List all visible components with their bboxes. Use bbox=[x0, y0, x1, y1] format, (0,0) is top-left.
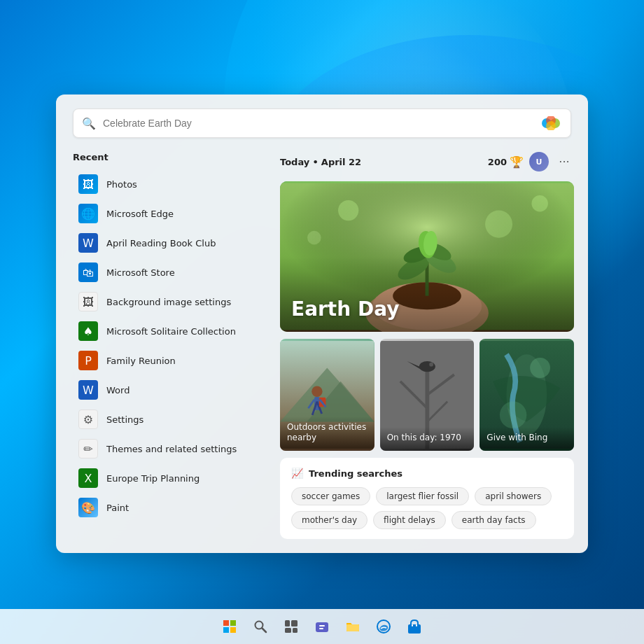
sub-cards: Outdoors activities nearby bbox=[280, 339, 574, 451]
app-name-2: April Reading Book Club bbox=[106, 238, 216, 248]
trending-icon: 📈 bbox=[291, 468, 303, 479]
avatar[interactable]: U bbox=[529, 152, 549, 172]
svg-rect-55 bbox=[319, 628, 323, 629]
svg-point-23 bbox=[312, 386, 322, 396]
outdoor-label: Outdoors activities nearby bbox=[280, 416, 374, 451]
today-label: Today bbox=[280, 157, 309, 167]
recent-item-2[interactable]: W April Reading Book Club bbox=[73, 228, 259, 258]
app-name-1: Microsoft Edge bbox=[106, 209, 174, 219]
app-icon-word2: W bbox=[78, 380, 98, 400]
taskbar-taskview-icon[interactable] bbox=[278, 613, 304, 640]
taskbar-search-icon[interactable] bbox=[247, 613, 274, 640]
hero-card[interactable]: Earth Day bbox=[280, 181, 574, 332]
subcard-onthisday[interactable]: On this day: 1970 bbox=[380, 339, 475, 451]
recent-item-0[interactable]: 🖼 Photos bbox=[73, 169, 259, 199]
svg-rect-44 bbox=[230, 620, 236, 626]
feed-controls: 200 🏆 U ··· bbox=[488, 152, 574, 172]
svg-rect-46 bbox=[230, 627, 236, 633]
svg-rect-54 bbox=[319, 625, 325, 626]
svg-line-48 bbox=[262, 629, 267, 633]
recent-item-1[interactable]: 🌐 Microsoft Edge bbox=[73, 199, 259, 228]
recent-item-11[interactable]: 🎨 Paint bbox=[73, 493, 259, 522]
recent-item-9[interactable]: ✏ Themes and related settings bbox=[73, 434, 259, 463]
recent-item-8[interactable]: ⚙ Settings bbox=[73, 405, 259, 434]
more-button[interactable]: ··· bbox=[554, 152, 574, 172]
taskbar-windows-icon[interactable] bbox=[216, 613, 243, 640]
search-bar[interactable]: 🔍 bbox=[73, 108, 571, 138]
app-name-10: Europe Trip Planning bbox=[106, 473, 200, 484]
svg-rect-53 bbox=[316, 622, 328, 632]
feed-header: Today • April 22 200 🏆 U ··· bbox=[280, 152, 574, 172]
app-name-7: Word bbox=[106, 385, 130, 396]
trending-tag-3[interactable]: mother's day bbox=[291, 511, 368, 529]
app-icon-photos: 🖼 bbox=[78, 174, 98, 194]
svg-rect-58 bbox=[408, 624, 421, 634]
svg-point-38 bbox=[429, 363, 433, 367]
bing-label: Give with Bing bbox=[479, 427, 574, 451]
trophy-icon: 🏆 bbox=[510, 155, 524, 169]
trending-tag-5[interactable]: earth day facts bbox=[451, 511, 536, 529]
app-name-8: Settings bbox=[106, 414, 144, 425]
svg-rect-50 bbox=[291, 620, 298, 626]
app-name-0: Photos bbox=[106, 179, 137, 190]
app-name-6: Family Reunion bbox=[106, 356, 176, 366]
svg-point-41 bbox=[530, 358, 550, 378]
svg-rect-51 bbox=[285, 628, 291, 633]
hero-content: Earth Day bbox=[280, 181, 574, 332]
app-icon-store: 🛍 bbox=[78, 262, 98, 282]
app-icon-themes: ✏ bbox=[78, 439, 98, 458]
subcard-outdoor[interactable]: Outdoors activities nearby bbox=[280, 339, 374, 451]
menu-body: Recent 🖼 Photos 🌐 Microsoft Edge W April… bbox=[56, 149, 588, 553]
trending-section: 📈 Trending searches soccer gameslargest … bbox=[280, 458, 574, 539]
date-info: Today • April 22 bbox=[280, 157, 361, 167]
trending-title: Trending searches bbox=[309, 468, 402, 479]
app-icon-edge: 🌐 bbox=[78, 204, 98, 223]
trending-tags: soccer gameslargest flier fossilapril sh… bbox=[291, 487, 563, 529]
svg-rect-43 bbox=[223, 620, 229, 626]
recent-item-5[interactable]: ♠ Microsoft Solitaire Collection bbox=[73, 316, 259, 346]
subcard-bing[interactable]: Give with Bing bbox=[479, 339, 574, 451]
recent-section: Recent 🖼 Photos 🌐 Microsoft Edge W April… bbox=[56, 149, 273, 553]
trending-tag-2[interactable]: april showers bbox=[475, 487, 552, 505]
app-name-9: Themes and related settings bbox=[106, 444, 237, 454]
trending-tag-1[interactable]: largest flier fossil bbox=[376, 487, 469, 505]
svg-rect-56 bbox=[346, 624, 359, 631]
bing-badge bbox=[540, 115, 562, 132]
recent-list: 🖼 Photos 🌐 Microsoft Edge W April Readin… bbox=[73, 169, 259, 522]
app-icon-bg: 🖼 bbox=[78, 292, 98, 312]
date-value: April 22 bbox=[321, 157, 361, 167]
svg-rect-60 bbox=[416, 624, 417, 626]
trending-tag-0[interactable]: soccer games bbox=[291, 487, 370, 505]
svg-rect-45 bbox=[223, 627, 229, 633]
app-icon-solitaire: ♠ bbox=[78, 321, 98, 341]
recent-title: Recent bbox=[73, 152, 259, 162]
feed-section: Today • April 22 200 🏆 U ··· bbox=[273, 149, 588, 553]
trending-tag-4[interactable]: flight delays bbox=[373, 511, 446, 529]
taskbar-store-icon[interactable] bbox=[401, 613, 428, 640]
app-icon-word: W bbox=[78, 233, 98, 253]
app-icon-paint: 🎨 bbox=[78, 498, 98, 517]
app-icon-settings: ⚙ bbox=[78, 410, 98, 429]
svg-point-42 bbox=[500, 402, 526, 428]
recent-item-4[interactable]: 🖼 Background image settings bbox=[73, 287, 259, 316]
svg-rect-49 bbox=[285, 620, 290, 626]
recent-item-3[interactable]: 🛍 Microsoft Store bbox=[73, 258, 259, 287]
svg-point-36 bbox=[419, 361, 435, 372]
search-input[interactable] bbox=[103, 118, 540, 129]
taskbar-edge-icon[interactable] bbox=[370, 613, 397, 640]
taskbar-fileexplorer-icon[interactable] bbox=[340, 613, 366, 640]
app-name-4: Background image settings bbox=[106, 297, 231, 307]
points-value: 200 bbox=[488, 157, 507, 167]
app-name-11: Paint bbox=[106, 503, 129, 513]
points-badge[interactable]: 200 🏆 bbox=[488, 155, 524, 169]
onthisday-label: On this day: 1970 bbox=[380, 427, 475, 451]
date-separator: • bbox=[312, 157, 318, 167]
taskbar-teams-icon[interactable] bbox=[309, 613, 335, 640]
recent-item-6[interactable]: P Family Reunion bbox=[73, 346, 259, 375]
recent-item-10[interactable]: X Europe Trip Planning bbox=[73, 463, 259, 493]
search-icon: 🔍 bbox=[82, 117, 96, 130]
recent-item-7[interactable]: W Word bbox=[73, 375, 259, 405]
trending-header: 📈 Trending searches bbox=[291, 468, 563, 479]
app-name-3: Microsoft Store bbox=[106, 267, 175, 278]
hero-title: Earth Day bbox=[291, 298, 563, 321]
